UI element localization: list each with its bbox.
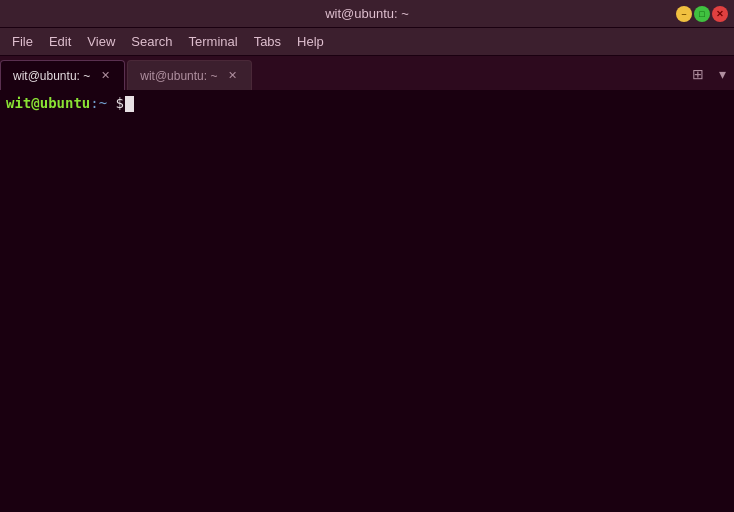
minimize-button[interactable]: – bbox=[676, 6, 692, 22]
tab-bar-actions: ⊞ ▾ bbox=[686, 62, 734, 86]
prompt-dollar-sign: $ bbox=[116, 94, 124, 114]
window-title: wit@ubuntu: ~ bbox=[325, 6, 409, 21]
tab-0[interactable]: wit@ubuntu: ~ ✕ bbox=[0, 60, 125, 90]
tab-1-label: wit@ubuntu: ~ bbox=[140, 69, 217, 83]
menu-edit[interactable]: Edit bbox=[41, 32, 79, 51]
menu-bar: File Edit View Search Terminal Tabs Help bbox=[0, 28, 734, 56]
tab-1-close[interactable]: ✕ bbox=[225, 69, 239, 83]
terminal-cursor bbox=[125, 96, 134, 112]
tab-0-close[interactable]: ✕ bbox=[98, 69, 112, 83]
terminal-prompt-line: wit@ubuntu :~ $ bbox=[6, 94, 728, 114]
prompt-dollar bbox=[107, 94, 115, 114]
dropdown-tabs-button[interactable]: ▾ bbox=[710, 62, 734, 86]
scroll-tabs-button[interactable]: ⊞ bbox=[686, 62, 710, 86]
window-controls: – □ ✕ bbox=[676, 6, 728, 22]
prompt-path: :~ bbox=[90, 94, 107, 114]
menu-file[interactable]: File bbox=[4, 32, 41, 51]
tab-0-label: wit@ubuntu: ~ bbox=[13, 69, 90, 83]
menu-search[interactable]: Search bbox=[123, 32, 180, 51]
tab-1[interactable]: wit@ubuntu: ~ ✕ bbox=[127, 60, 252, 90]
tab-bar: wit@ubuntu: ~ ✕ wit@ubuntu: ~ ✕ ⊞ ▾ bbox=[0, 56, 734, 90]
maximize-button[interactable]: □ bbox=[694, 6, 710, 22]
menu-tabs[interactable]: Tabs bbox=[246, 32, 289, 51]
prompt-user: wit@ubuntu bbox=[6, 94, 90, 114]
terminal-area[interactable]: wit@ubuntu :~ $ bbox=[0, 90, 734, 512]
menu-terminal[interactable]: Terminal bbox=[181, 32, 246, 51]
title-bar: wit@ubuntu: ~ – □ ✕ bbox=[0, 0, 734, 28]
menu-view[interactable]: View bbox=[79, 32, 123, 51]
close-button[interactable]: ✕ bbox=[712, 6, 728, 22]
menu-help[interactable]: Help bbox=[289, 32, 332, 51]
